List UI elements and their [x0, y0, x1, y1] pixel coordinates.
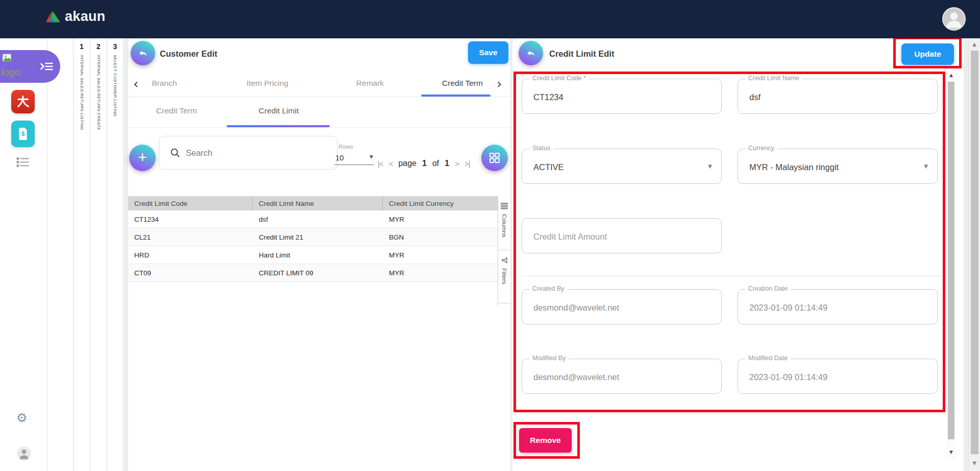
- first-page-button[interactable]: |<: [378, 159, 383, 168]
- cell-name: CREDIT LIMIT 09: [253, 264, 383, 281]
- column-header-currency[interactable]: Credit Limit Currency: [383, 196, 498, 210]
- subtab-credit-limit[interactable]: Credit Limit: [259, 106, 299, 115]
- tab-credit-term[interactable]: Credit Term: [442, 79, 483, 88]
- modified-by-field: Modified By desmond@wavelet.net: [522, 359, 722, 394]
- scrollbar-thumb[interactable]: [971, 51, 978, 454]
- credit-limit-edit-panel: Credit Limit Edit Update Credit Limit Co…: [512, 39, 964, 471]
- cell-code: CT09: [128, 264, 253, 281]
- last-page-button[interactable]: >|: [464, 159, 470, 168]
- plus-icon: +: [138, 149, 147, 166]
- back-arrow-icon: [137, 48, 149, 59]
- table-row[interactable]: CT09 CREDIT LIMIT 09 MYR: [128, 264, 498, 282]
- columns-icon: [500, 202, 508, 210]
- form-scrollbar[interactable]: ▲ ▼: [947, 70, 955, 460]
- tab-remark[interactable]: Remark: [356, 79, 384, 88]
- dropdown-caret-icon: ▼: [370, 154, 373, 159]
- workflow-tab-internal-sales-return-listing[interactable]: 1 INTERNAL SALES RETURN LISTING: [73, 38, 90, 471]
- workflow-tab-number: 2: [90, 42, 107, 51]
- pagination: |< < page 1 of 1 > >|: [378, 156, 470, 171]
- credit-limit-code-field[interactable]: Credit Limit Code * CT1234: [522, 79, 722, 114]
- settings-gear-icon[interactable]: ⚙: [16, 411, 28, 425]
- column-header-name[interactable]: Credit Limit Name: [253, 196, 383, 210]
- currency-select[interactable]: Currency MYR - Malaysian ringgit ▼: [738, 149, 938, 184]
- invoice-doc-icon: $: [17, 127, 29, 140]
- workflow-tab-select-customer-listing[interactable]: 3 SELECT CUSTOMER LISTING: [107, 38, 124, 471]
- field-value: desmond@wavelet.net: [533, 303, 619, 313]
- field-value: ACTIVE: [533, 162, 564, 172]
- field-value: dsf: [749, 92, 761, 102]
- search-input[interactable]: [186, 148, 313, 158]
- of-word: of: [432, 159, 439, 168]
- filter-funnel-icon: [501, 256, 508, 264]
- customer-edit-panel: Customer Edit Save ‹ Branch Item Pricing…: [128, 39, 510, 471]
- person-icon: [943, 8, 965, 30]
- search-icon: [169, 147, 181, 158]
- profile-icon[interactable]: [16, 446, 32, 463]
- window-scrollbar[interactable]: ▲ ▼: [968, 38, 980, 471]
- collapse-menu-icon[interactable]: [40, 61, 54, 74]
- table-tools-strip: Columns Filters: [498, 196, 510, 306]
- remove-button[interactable]: Remove: [519, 428, 572, 453]
- back-button[interactable]: [131, 41, 155, 65]
- filters-tool-tab[interactable]: Filters: [498, 250, 510, 303]
- field-label: Modified By: [529, 355, 569, 362]
- scroll-down-icon[interactable]: ▼: [947, 450, 955, 455]
- field-value: MYR - Malaysian ringgit: [749, 162, 839, 172]
- top-navigation-bar: akaun: [0, 0, 980, 38]
- app-icon-billing[interactable]: $: [11, 121, 35, 147]
- brand-name: akaun: [65, 9, 106, 25]
- prev-page-button[interactable]: <: [389, 159, 393, 168]
- columns-tool-tab[interactable]: Columns: [498, 196, 510, 250]
- field-label: Credit Limit Code *: [529, 75, 589, 82]
- scroll-up-icon[interactable]: ▲: [969, 41, 980, 47]
- page-word: page: [398, 159, 416, 168]
- table-row[interactable]: CL21 Credit Limit 21 BGN: [128, 228, 498, 246]
- active-subtab-underline: [227, 125, 330, 127]
- tenant-logo-pill[interactable]: logo: [0, 50, 60, 83]
- workflow-tab-number: 3: [107, 42, 123, 51]
- subtab-credit-term[interactable]: Credit Term: [156, 106, 197, 115]
- filters-tool-label: Filters: [501, 268, 507, 284]
- svg-text:$: $: [21, 130, 25, 137]
- table-row[interactable]: CT1234 dsf MYR: [128, 210, 498, 228]
- next-page-button[interactable]: >: [455, 159, 459, 168]
- workflow-tab-internal-sales-return-create[interactable]: 2 INTERNAL SALES RETURN CREATE: [90, 38, 107, 471]
- cell-code: CT1234: [128, 210, 253, 228]
- search-box[interactable]: [159, 136, 337, 170]
- sub-tabbar: Credit Term Credit Limit: [128, 97, 510, 128]
- field-label: Modified Date: [745, 355, 791, 362]
- update-button[interactable]: Update: [901, 43, 954, 65]
- back-button[interactable]: [519, 41, 543, 65]
- scrollbar-thumb[interactable]: [948, 82, 954, 439]
- workflow-tab-label: INTERNAL SALES RETURN CREATE: [96, 55, 101, 130]
- save-button[interactable]: Save: [468, 41, 508, 64]
- workflow-tab-label: SELECT CUSTOMER LISTING: [113, 55, 117, 116]
- credit-limit-name-field[interactable]: Credit Limit Name dsf: [738, 79, 938, 114]
- scroll-down-icon[interactable]: ▼: [969, 460, 980, 466]
- akaun-triangle-icon: [45, 9, 61, 24]
- rows-per-page-select[interactable]: 10 ▼: [334, 152, 374, 165]
- tab-branch[interactable]: Branch: [152, 79, 177, 88]
- table-row[interactable]: HRD Hard Limit MYR: [128, 246, 498, 264]
- menu-list-icon[interactable]: [16, 157, 30, 170]
- main-tabbar: ‹ Branch Item Pricing Remark Credit Term…: [128, 72, 510, 97]
- column-header-code[interactable]: Credit Limit Code: [128, 196, 253, 210]
- tabs-scroll-right-icon[interactable]: ›: [497, 75, 502, 93]
- add-credit-limit-button[interactable]: +: [129, 145, 156, 171]
- cell-currency: MYR: [383, 246, 498, 264]
- tabs-scroll-left-icon[interactable]: ‹: [133, 75, 138, 93]
- credit-limit-amount-field[interactable]: Credit Limit Amount: [522, 218, 722, 253]
- grid-view-button[interactable]: [481, 145, 508, 171]
- status-select[interactable]: Status ACTIVE ▼: [522, 149, 722, 184]
- tab-item-pricing[interactable]: Item Pricing: [247, 79, 288, 88]
- field-label: Currency: [745, 145, 777, 152]
- cjk-character-icon: [16, 95, 30, 109]
- scroll-up-icon[interactable]: ▲: [947, 73, 955, 78]
- back-arrow-icon: [525, 48, 536, 59]
- workflow-tab-strip: 1 INTERNAL SALES RETURN LISTING 2 INTERN…: [47, 38, 124, 471]
- user-avatar[interactable]: [942, 7, 966, 31]
- cell-currency: BGN: [383, 228, 498, 246]
- columns-tool-label: Columns: [501, 214, 507, 237]
- field-value: 2023-01-09 01:14:49: [749, 303, 827, 313]
- app-icon-cjk[interactable]: [11, 90, 35, 113]
